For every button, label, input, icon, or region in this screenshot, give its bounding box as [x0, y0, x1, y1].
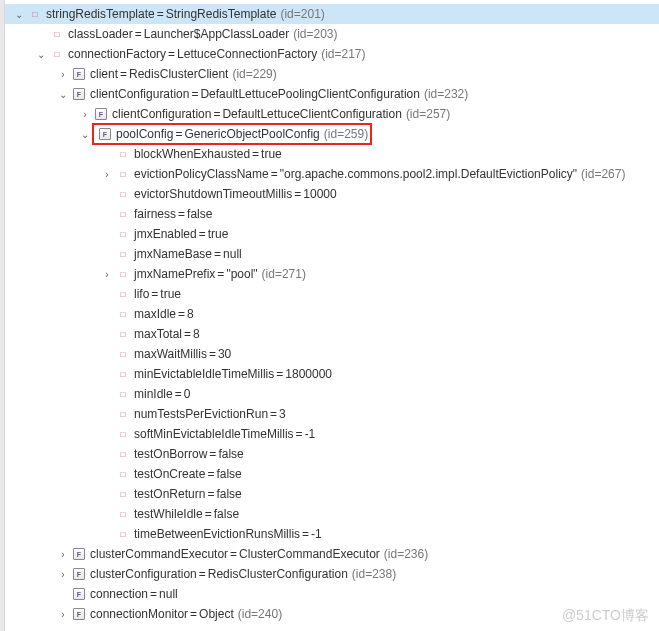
chevron-right-icon[interactable]: › — [56, 69, 70, 80]
final-field-icon — [94, 107, 108, 121]
variable-value: LettuceConnectionFactory — [177, 47, 317, 61]
tree-row[interactable]: ›softMinEvictableIdleTimeMillis= -1 — [0, 424, 659, 444]
tree-row[interactable]: ›classLoader= Launcher$AppClassLoader(id… — [0, 24, 659, 44]
tree-row[interactable]: ›jmxNameBase= null — [0, 244, 659, 264]
tree-row[interactable]: ›timeBetweenEvictionRunsMillis= -1 — [0, 524, 659, 544]
variable-name: connectionFactory — [68, 47, 166, 61]
tree-row[interactable]: ⌄connectionFactory= LettuceConnectionFac… — [0, 44, 659, 64]
tree-row[interactable]: ›connection= null — [0, 584, 659, 604]
field-icon — [116, 367, 130, 381]
tree-row[interactable]: ›blockWhenExhausted= true — [0, 144, 659, 164]
variable-value: false — [214, 507, 239, 521]
equals-sign: = — [120, 67, 127, 81]
variable-value: ClusterCommandExecutor — [239, 547, 380, 561]
variable-value: 1800000 — [285, 367, 332, 381]
final-field-icon — [72, 67, 86, 81]
variable-value: "pool" — [226, 267, 257, 281]
field-icon — [116, 227, 130, 241]
variable-name: maxIdle — [134, 307, 176, 321]
tree-row[interactable]: ›maxTotal= 8 — [0, 324, 659, 344]
field-icon — [50, 27, 64, 41]
variable-name: numTestsPerEvictionRun — [134, 407, 268, 421]
equals-sign: = — [270, 407, 277, 421]
variable-name: evictorShutdownTimeoutMillis — [134, 187, 292, 201]
equals-sign: = — [209, 347, 216, 361]
variable-name: clientConfiguration — [112, 107, 211, 121]
tree-row[interactable]: ›evictionPolicyClassName= "org.apache.co… — [0, 164, 659, 184]
chevron-down-icon[interactable]: ⌄ — [56, 89, 70, 100]
variable-name: testOnBorrow — [134, 447, 207, 461]
id-reference: (id=259) — [324, 127, 368, 141]
chevron-right-icon[interactable]: › — [100, 269, 114, 280]
tree-row[interactable]: ›jmxNamePrefix= "pool"(id=271) — [0, 264, 659, 284]
equals-sign: = — [178, 307, 185, 321]
variable-value: DefaultLettucePoolingClientConfiguration — [200, 87, 419, 101]
tree-row[interactable]: ›minIdle= 0 — [0, 384, 659, 404]
chevron-right-icon[interactable]: › — [56, 569, 70, 580]
equals-sign: = — [296, 427, 303, 441]
field-icon — [116, 467, 130, 481]
equals-sign: = — [294, 187, 301, 201]
equals-sign: = — [205, 507, 212, 521]
variable-name: poolConfig — [116, 127, 173, 141]
variable-name: jmxNamePrefix — [134, 267, 215, 281]
final-field-icon — [72, 87, 86, 101]
field-icon — [116, 407, 130, 421]
variables-tree[interactable]: ⌄stringRedisTemplate= StringRedisTemplat… — [0, 0, 659, 628]
tree-row[interactable]: ›numTestsPerEvictionRun= 3 — [0, 404, 659, 424]
id-reference: (id=236) — [384, 547, 428, 561]
chevron-right-icon[interactable]: › — [56, 609, 70, 620]
id-reference: (id=203) — [293, 27, 337, 41]
tree-row[interactable]: ⌄clientConfiguration= DefaultLettucePool… — [0, 84, 659, 104]
tree-row[interactable]: ›maxWaitMillis= 30 — [0, 344, 659, 364]
variable-value: false — [216, 467, 241, 481]
highlight-box: poolConfig= GenericObjectPoolConfig(id=2… — [92, 123, 372, 145]
field-icon — [116, 427, 130, 441]
watermark: @51CTO博客 — [562, 607, 649, 625]
tree-row[interactable]: ›testOnBorrow= false — [0, 444, 659, 464]
field-icon — [116, 447, 130, 461]
id-reference: (id=201) — [280, 7, 324, 21]
variable-value: DefaultLettuceClientConfiguration — [222, 107, 401, 121]
tree-row[interactable]: ›testWhileIdle= false — [0, 504, 659, 524]
equals-sign: = — [230, 547, 237, 561]
equals-sign: = — [191, 87, 198, 101]
tree-row[interactable]: ›evictorShutdownTimeoutMillis= 10000 — [0, 184, 659, 204]
tree-row[interactable]: ›clusterConfiguration= RedisClusterConfi… — [0, 564, 659, 584]
equals-sign: = — [178, 207, 185, 221]
chevron-right-icon[interactable]: › — [100, 169, 114, 180]
equals-sign: = — [175, 387, 182, 401]
id-reference: (id=267) — [581, 167, 625, 181]
chevron-down-icon[interactable]: ⌄ — [12, 9, 26, 20]
field-icon — [116, 207, 130, 221]
tree-row[interactable]: ›testOnReturn= false — [0, 484, 659, 504]
variable-value: "org.apache.commons.pool2.impl.DefaultEv… — [280, 167, 577, 181]
chevron-down-icon[interactable]: ⌄ — [78, 129, 92, 140]
variable-value: 0 — [184, 387, 191, 401]
id-reference: (id=238) — [352, 567, 396, 581]
variable-name: client — [90, 67, 118, 81]
chevron-right-icon[interactable]: › — [78, 109, 92, 120]
variable-name: clusterCommandExecutor — [90, 547, 228, 561]
tree-row[interactable]: ›lifo= true — [0, 284, 659, 304]
equals-sign: = — [150, 587, 157, 601]
tree-row[interactable]: ›maxIdle= 8 — [0, 304, 659, 324]
tree-row[interactable]: ›fairness= false — [0, 204, 659, 224]
equals-sign: = — [199, 567, 206, 581]
id-reference: (id=232) — [424, 87, 468, 101]
chevron-right-icon[interactable]: › — [56, 549, 70, 560]
tree-row[interactable]: ›jmxEnabled= true — [0, 224, 659, 244]
field-icon — [116, 287, 130, 301]
tree-row[interactable]: ›testOnCreate= false — [0, 464, 659, 484]
equals-sign: = — [276, 367, 283, 381]
tree-row[interactable]: ⌄poolConfig= GenericObjectPoolConfig(id=… — [0, 124, 659, 144]
equals-sign: = — [190, 607, 197, 621]
tree-row[interactable]: ›clusterCommandExecutor= ClusterCommandE… — [0, 544, 659, 564]
tree-row[interactable]: ›client= RedisClusterClient(id=229) — [0, 64, 659, 84]
tree-row[interactable]: ›connectionMonitor= Object(id=240) — [0, 604, 659, 624]
chevron-down-icon[interactable]: ⌄ — [34, 49, 48, 60]
tree-row[interactable]: ›minEvictableIdleTimeMillis= 1800000 — [0, 364, 659, 384]
field-icon — [116, 147, 130, 161]
tree-row[interactable]: ›clientConfiguration= DefaultLettuceClie… — [0, 104, 659, 124]
tree-row[interactable]: ⌄stringRedisTemplate= StringRedisTemplat… — [0, 4, 659, 24]
